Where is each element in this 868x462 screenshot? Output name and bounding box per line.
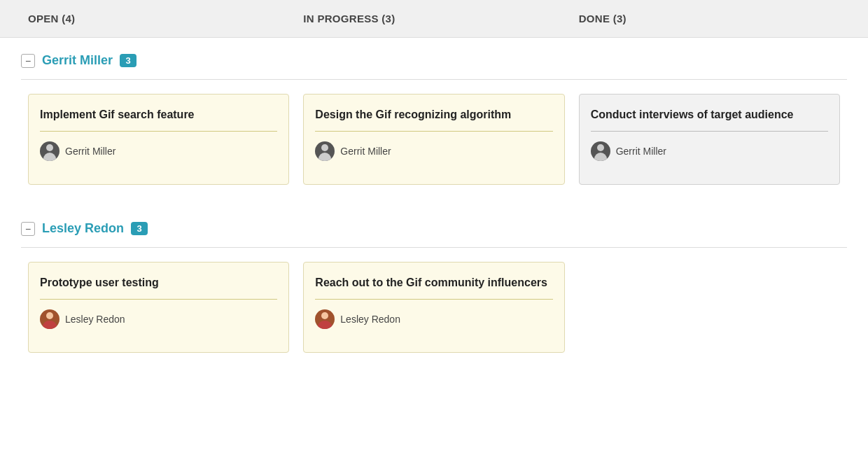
gerrit-inprogress-column: Design the Gif recognizing algorithm Ger… [296, 94, 571, 185]
card-assignee: Lesley Redon [315, 309, 552, 329]
gerrit-cards-grid: Implement Gif search feature Gerrit Mill… [21, 80, 847, 199]
lesley-open-column: Prototype user testing Lesley Redon [21, 262, 296, 353]
group-header-gerrit: − Gerrit Miller 3 [21, 38, 847, 80]
avatar-lesley [315, 309, 335, 329]
card-assignee: Gerrit Miller [315, 141, 552, 161]
gerrit-open-column: Implement Gif search feature Gerrit Mill… [21, 94, 296, 185]
card-title: Prototype user testing [40, 275, 277, 300]
card-assignee: Gerrit Miller [591, 141, 828, 161]
group-name-gerrit: Gerrit Miller [42, 53, 113, 68]
board-body: − Gerrit Miller 3 Implement Gif search f… [0, 38, 868, 367]
card-reach-out-gif[interactable]: Reach out to the Gif community influence… [303, 262, 564, 353]
avatar-lesley [40, 309, 59, 329]
group-header-lesley: − Lesley Redon 3 [21, 206, 847, 248]
column-header-in-progress: IN PROGRESS (3) [296, 0, 571, 37]
avatar-gerrit [591, 141, 610, 161]
card-assignee: Gerrit Miller [40, 141, 277, 161]
avatar-gerrit [315, 141, 335, 161]
lesley-inprogress-column: Reach out to the Gif community influence… [296, 262, 571, 353]
card-implement-gif[interactable]: Implement Gif search feature Gerrit Mill… [28, 94, 289, 185]
assignee-name: Gerrit Miller [616, 146, 666, 157]
collapse-lesley-icon[interactable]: − [21, 222, 35, 236]
card-design-gif[interactable]: Design the Gif recognizing algorithm Ger… [303, 94, 564, 185]
group-badge-lesley: 3 [131, 222, 148, 235]
assignee-name: Lesley Redon [65, 314, 125, 325]
column-header-open: OPEN (4) [21, 0, 296, 37]
column-headers: OPEN (4) IN PROGRESS (3) DONE (3) [0, 0, 868, 38]
group-gerrit: − Gerrit Miller 3 Implement Gif search f… [21, 38, 847, 199]
card-title: Design the Gif recognizing algorithm [315, 107, 552, 132]
column-header-done: DONE (3) [572, 0, 847, 37]
card-conduct-interviews[interactable]: Conduct interviews of target audience Ge… [579, 94, 840, 185]
avatar-gerrit [40, 141, 59, 161]
assignee-name: Gerrit Miller [340, 146, 391, 157]
group-badge-gerrit: 3 [120, 54, 136, 67]
lesley-cards-grid: Prototype user testing Lesley Redon Reac… [21, 248, 847, 367]
card-title: Implement Gif search feature [40, 107, 277, 132]
assignee-name: Lesley Redon [340, 314, 400, 325]
group-lesley: − Lesley Redon 3 Prototype user testing … [21, 206, 847, 367]
gerrit-done-column: Conduct interviews of target audience Ge… [572, 94, 847, 185]
card-prototype-testing[interactable]: Prototype user testing Lesley Redon [28, 262, 289, 353]
card-assignee: Lesley Redon [40, 309, 277, 329]
card-title: Reach out to the Gif community influence… [315, 275, 552, 300]
assignee-name: Gerrit Miller [65, 146, 115, 157]
lesley-done-column [572, 262, 847, 353]
group-name-lesley: Lesley Redon [42, 221, 124, 236]
card-title: Conduct interviews of target audience [591, 107, 828, 132]
collapse-gerrit-icon[interactable]: − [21, 54, 35, 68]
